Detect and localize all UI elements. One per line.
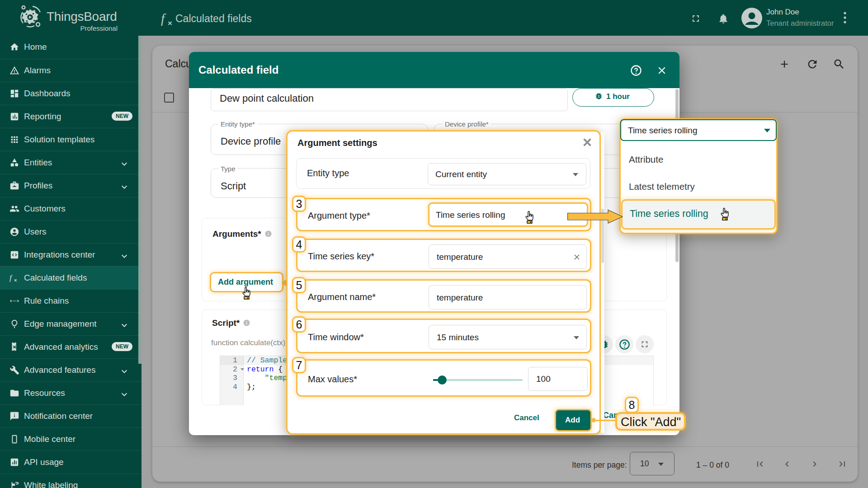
svg-text:×: × [168,19,172,27]
svg-text:f: f [161,11,166,26]
svg-text:×: × [14,277,17,283]
svg-text:f: f [9,273,13,282]
